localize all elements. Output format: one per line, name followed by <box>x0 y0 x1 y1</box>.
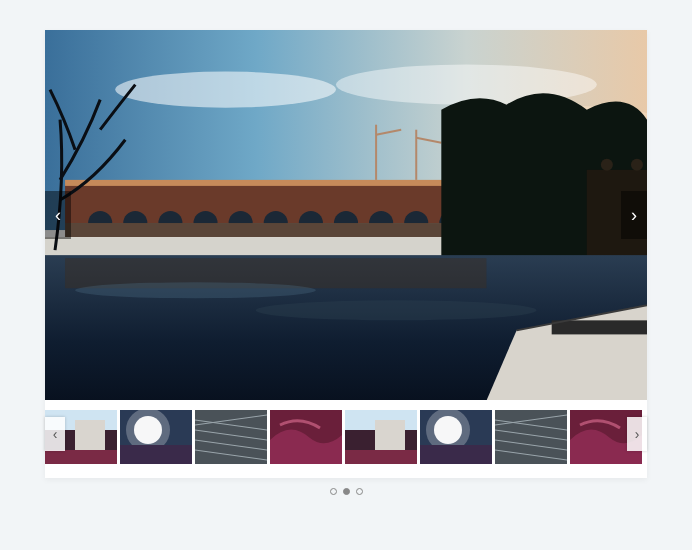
svg-point-28 <box>75 282 316 298</box>
svg-point-25 <box>631 159 643 171</box>
main-image-viewport: ‹ › <box>45 30 647 400</box>
thumbnail[interactable] <box>270 410 342 464</box>
chevron-left-icon: ‹ <box>55 205 61 226</box>
chevron-right-icon: › <box>635 426 640 442</box>
thumbnail[interactable] <box>420 410 492 464</box>
svg-point-29 <box>256 300 537 320</box>
pagination-dots <box>330 488 363 495</box>
svg-rect-38 <box>120 445 192 464</box>
svg-point-1 <box>115 72 336 108</box>
pagination-dot[interactable] <box>356 488 363 495</box>
thumbnail[interactable] <box>495 410 567 464</box>
main-prev-button[interactable]: ‹ <box>45 191 71 239</box>
thumbnail[interactable] <box>195 410 267 464</box>
thumbs-next-button[interactable]: › <box>627 417 647 451</box>
svg-rect-48 <box>375 420 405 450</box>
main-image <box>45 30 647 400</box>
thumbnail[interactable] <box>345 410 417 464</box>
svg-rect-30 <box>552 320 647 334</box>
svg-point-24 <box>601 159 613 171</box>
chevron-right-icon: › <box>631 205 637 226</box>
svg-rect-33 <box>75 420 105 450</box>
pagination-dot[interactable] <box>343 488 350 495</box>
main-next-button[interactable]: › <box>621 191 647 239</box>
svg-rect-53 <box>420 445 492 464</box>
svg-rect-39 <box>195 410 267 464</box>
thumbnail-strip: ‹ › <box>45 400 647 468</box>
svg-rect-9 <box>65 180 486 186</box>
svg-rect-54 <box>495 410 567 464</box>
thumbnail-list <box>45 410 647 464</box>
thumbs-prev-button[interactable]: ‹ <box>45 417 65 451</box>
image-gallery: ‹ › <box>45 30 647 478</box>
svg-rect-34 <box>45 450 117 464</box>
svg-rect-21 <box>65 223 486 237</box>
svg-rect-49 <box>345 450 417 464</box>
thumbnail[interactable] <box>120 410 192 464</box>
pagination-dot[interactable] <box>330 488 337 495</box>
chevron-left-icon: ‹ <box>53 426 58 442</box>
